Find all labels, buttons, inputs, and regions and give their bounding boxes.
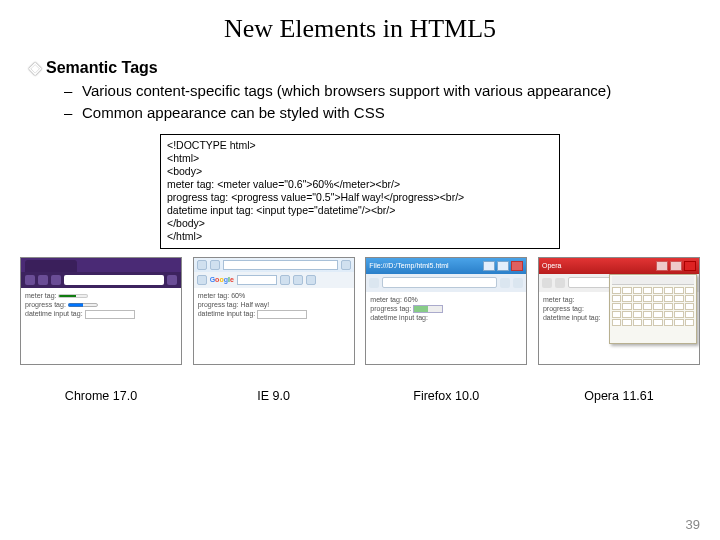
code-example-box: <!DOCTYPE html> <html> <body> meter tag:…: [160, 134, 560, 249]
ime-cell[interactable]: [664, 319, 673, 326]
bookmark-icon[interactable]: [513, 278, 523, 288]
ime-cell[interactable]: [685, 311, 694, 318]
toolbar: Google: [194, 272, 354, 288]
ime-cell[interactable]: [633, 319, 642, 326]
ime-cell[interactable]: [653, 295, 662, 302]
ime-cell[interactable]: [633, 303, 642, 310]
progress-element: [68, 301, 98, 309]
ime-cell[interactable]: [643, 319, 652, 326]
ime-cell[interactable]: [674, 295, 683, 302]
address-bar[interactable]: [382, 277, 497, 288]
maximize-icon[interactable]: [670, 261, 682, 271]
titlebar: Opera: [539, 258, 699, 274]
ime-cell[interactable]: [643, 303, 652, 310]
address-bar[interactable]: [64, 275, 164, 285]
meter-fallback-text: 60%: [404, 296, 418, 303]
ime-cell[interactable]: [685, 319, 694, 326]
close-icon[interactable]: [684, 261, 696, 271]
ime-cell[interactable]: [643, 311, 652, 318]
ime-cell[interactable]: [633, 311, 642, 318]
search-input[interactable]: [237, 275, 277, 285]
page-line3-label: datetime input tag:: [370, 314, 428, 321]
ime-cell[interactable]: [653, 311, 662, 318]
ime-cell[interactable]: [643, 287, 652, 294]
page-line1-label: meter tag:: [25, 292, 57, 299]
browser-chrome-top: File:///D:/Temp/html5.html: [366, 258, 526, 292]
ime-cell[interactable]: [674, 303, 683, 310]
datetime-input[interactable]: [85, 310, 135, 319]
screenshot-row: meter tag: progress tag: datetime input …: [20, 257, 700, 403]
ime-popup[interactable]: [609, 274, 697, 344]
ime-cell[interactable]: [685, 303, 694, 310]
minimize-icon[interactable]: [483, 261, 495, 271]
ime-cell[interactable]: [612, 319, 621, 326]
ime-cell[interactable]: [622, 319, 631, 326]
reload-icon[interactable]: [51, 275, 61, 285]
ime-cell[interactable]: [612, 287, 621, 294]
ime-cell[interactable]: [643, 295, 652, 302]
back-icon[interactable]: [542, 278, 552, 288]
ime-cell[interactable]: [674, 319, 683, 326]
ime-cell[interactable]: [653, 303, 662, 310]
maximize-icon[interactable]: [497, 261, 509, 271]
page-line2-label: progress tag:: [370, 305, 411, 312]
browser-window-firefox: File:///D:/Temp/html5.html meter tag: 60…: [365, 257, 527, 365]
page-line3-label: datetime input tag:: [543, 314, 601, 321]
toolbar: [366, 274, 526, 292]
datetime-input[interactable]: [257, 310, 307, 319]
ime-cell[interactable]: [612, 303, 621, 310]
back-icon[interactable]: [197, 260, 207, 270]
home-icon[interactable]: [500, 278, 510, 288]
code-line: </body>: [167, 217, 553, 230]
ime-cell[interactable]: [664, 287, 673, 294]
code-line: <!DOCTYPE html>: [167, 139, 553, 152]
close-icon[interactable]: [197, 275, 207, 285]
ime-cell[interactable]: [622, 303, 631, 310]
address-bar[interactable]: [223, 260, 338, 270]
ime-cell[interactable]: [664, 311, 673, 318]
ime-cell[interactable]: [674, 287, 683, 294]
ime-cell[interactable]: [685, 295, 694, 302]
back-icon[interactable]: [25, 275, 35, 285]
reload-icon[interactable]: [341, 260, 351, 270]
browser-window-chrome: meter tag: progress tag: datetime input …: [20, 257, 182, 365]
diamond-bullet-icon: ◈: [28, 58, 42, 77]
browser-window-ie: Google meter tag: 60% progress tag: Half…: [193, 257, 355, 365]
forward-icon[interactable]: [38, 275, 48, 285]
ime-cell[interactable]: [612, 311, 621, 318]
ime-cell[interactable]: [633, 287, 642, 294]
ime-cell[interactable]: [653, 287, 662, 294]
forward-icon[interactable]: [210, 260, 220, 270]
ime-cell[interactable]: [622, 287, 631, 294]
code-line: <html>: [167, 152, 553, 165]
slide-title: New Elements in HTML5: [0, 0, 720, 54]
back-icon[interactable]: [369, 278, 379, 288]
ime-cell[interactable]: [664, 303, 673, 310]
ime-cell[interactable]: [633, 295, 642, 302]
slide-body: ◈Semantic Tags Various content-specific …: [0, 54, 720, 249]
window-controls: [656, 261, 696, 271]
browser-tab[interactable]: [25, 260, 77, 272]
ime-cell[interactable]: [622, 311, 631, 318]
section-heading: ◈Semantic Tags: [28, 58, 692, 77]
ime-cell[interactable]: [653, 319, 662, 326]
gear-icon[interactable]: [306, 275, 316, 285]
search-icon[interactable]: [280, 275, 290, 285]
ime-cell[interactable]: [664, 295, 673, 302]
minimize-icon[interactable]: [656, 261, 668, 271]
window-title: File:///D:/Temp/html5.html: [369, 262, 483, 269]
bullet-item: Common appearance can be styled with CSS: [64, 103, 692, 123]
page-line1-label: meter tag:: [543, 296, 575, 303]
meter-fallback-text: 60%: [231, 292, 245, 299]
ime-cell[interactable]: [674, 311, 683, 318]
close-icon[interactable]: [511, 261, 523, 271]
menu-icon[interactable]: [167, 275, 177, 285]
forward-icon[interactable]: [555, 278, 565, 288]
page-number: 39: [686, 517, 700, 532]
ime-cell[interactable]: [685, 287, 694, 294]
screenshot-caption: IE 9.0: [257, 389, 290, 403]
more-icon[interactable]: [293, 275, 303, 285]
ime-cell[interactable]: [622, 295, 631, 302]
code-line: <body>: [167, 165, 553, 178]
ime-cell[interactable]: [612, 295, 621, 302]
